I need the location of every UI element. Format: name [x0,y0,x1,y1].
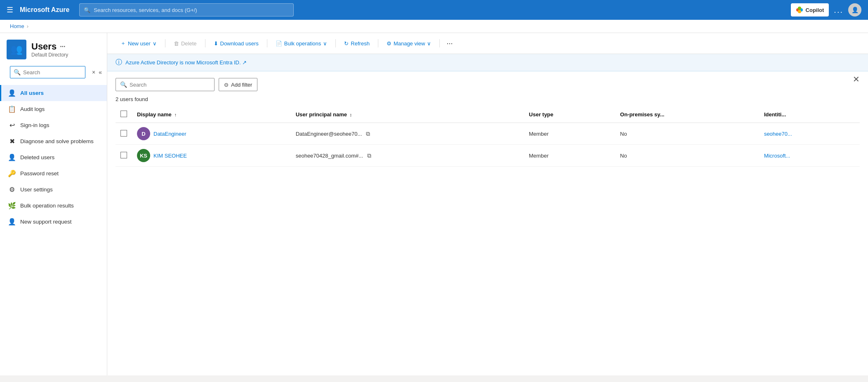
users-found-count: 2 users found [116,96,860,102]
sidebar-item-label: Diagnose and solve problems [20,138,94,144]
app-title: Microsoft Azure [20,6,69,14]
upn-header[interactable]: User principal name ↕ [291,106,524,123]
sidebar-collapse-icon[interactable]: « [99,69,102,75]
top-nav-right: Copilot ... 👤 [791,3,861,17]
sidebar-item-password-reset[interactable]: 🔑 Password reset [0,165,107,182]
notice-bar: ⓘ Azure Active Directory is now Microsof… [107,54,868,71]
global-search-bar[interactable]: 🔍 Search resources, services, and docs (… [79,3,294,17]
user-settings-icon: ⚙ [8,186,16,193]
sidebar-search-row: 🔍 × « [0,63,107,85]
notice-link[interactable]: Azure Active Directory is now Microsoft … [125,59,247,66]
table-search-bar[interactable]: 🔍 [116,78,215,91]
upn-cell: DataEngineer@seohee70... ⧉ [291,123,524,145]
row-checkbox-cell[interactable] [116,123,132,145]
sidebar-item-deleted-users[interactable]: 👤 Deleted users [0,149,107,165]
main-content: ✕ ＋ New user ∨ 🗑 Delete ⬇ Download users… [107,33,868,375]
top-nav-more-icon[interactable]: ... [834,5,843,15]
deleted-users-icon: 👤 [8,153,16,161]
sidebar-item-user-settings[interactable]: ⚙ User settings [0,182,107,198]
breadcrumb-home-link[interactable]: Home [10,23,24,29]
table-row: KS KIM SEOHEE seohee70428_gmail.com#... … [116,145,860,167]
toolbar-more-icon[interactable]: ··· [443,38,456,50]
upn-value: seohee70428_gmail.com#... [296,153,363,159]
close-button[interactable]: ✕ [853,74,860,84]
refresh-icon: ↻ [344,40,349,47]
toolbar-separator-2 [205,39,205,47]
refresh-button[interactable]: ↻ Refresh [339,38,375,49]
user-avatar[interactable]: 👤 [848,3,861,17]
table-header-row: Display name ↑ User principal name ↕ Use… [116,106,860,123]
sidebar: 👥 Users ··· Default Directory 🔍 × « 👤 A [0,33,107,375]
table-search-icon: 🔍 [120,81,127,88]
user-type-cell: Member [524,145,615,167]
upn-cell: seohee70428_gmail.com#... ⧉ [291,145,524,167]
user-type-header[interactable]: User type [524,106,615,123]
sidebar-item-sign-in-logs[interactable]: ↩ Sign-in logs [0,117,107,133]
sidebar-item-label: Password reset [20,170,59,177]
all-users-icon: 👤 [8,89,16,97]
identity-link[interactable]: seohee70... [764,131,792,137]
identity-link[interactable]: Microsoft... [764,153,790,159]
breadcrumb-separator: › [27,23,28,29]
sidebar-search-input[interactable] [23,69,82,75]
sidebar-search-bar[interactable]: 🔍 [10,66,85,78]
notice-info-icon: ⓘ [116,58,122,67]
user-display-name-link[interactable]: KIM SEOHEE [153,153,187,159]
hamburger-menu-icon[interactable]: ☰ [7,5,13,14]
svg-point-2 [798,7,801,10]
row-checkbox[interactable] [120,130,127,137]
download-users-button[interactable]: ⬇ Download users [209,38,264,49]
row-checkbox-cell[interactable] [116,145,132,167]
sidebar-item-all-users[interactable]: 👤 All users [0,85,107,101]
copilot-icon [796,6,803,14]
delete-icon: 🗑 [174,40,179,47]
download-icon: ⬇ [214,40,218,47]
manage-view-icon: ⚙ [387,40,392,47]
add-filter-button[interactable]: ⊝ Add filter [219,78,257,91]
manage-view-button[interactable]: ⚙ Manage view ∨ [382,38,436,49]
new-user-button[interactable]: ＋ New user ∨ [116,37,162,50]
svg-point-3 [798,10,801,13]
search-icon: 🔍 [84,7,90,13]
external-link-icon: ↗ [242,59,247,66]
select-all-checkbox[interactable] [120,111,127,117]
row-checkbox[interactable] [120,152,127,158]
display-name-header[interactable]: Display name ↑ [132,106,291,123]
identity-cell: Microsoft... [759,145,860,167]
identity-cell: seohee70... [759,123,860,145]
bulk-icon: 📄 [276,40,282,47]
toolbar-separator-5 [378,39,378,47]
sidebar-item-bulk-results[interactable]: 🌿 Bulk operation results [0,198,107,214]
identity-header[interactable]: Identiti... [759,106,860,123]
bulk-operations-button[interactable]: 📄 Bulk operations ∨ [271,38,333,49]
bulk-chevron-icon: ∨ [323,40,327,47]
bulk-results-icon: 🌿 [8,202,16,210]
diagnose-icon: ✖ [8,137,16,145]
copilot-button[interactable]: Copilot [791,3,829,17]
users-table: Display name ↑ User principal name ↕ Use… [116,106,860,167]
on-premises-header[interactable]: On-premises sy... [615,106,759,123]
toolbar-separator-4 [335,39,336,47]
on-premises-cell: No [615,123,759,145]
table-search-input[interactable] [130,82,210,88]
new-support-icon: 👤 [8,218,16,226]
copy-upn-icon[interactable]: ⧉ [367,152,371,159]
copy-upn-icon[interactable]: ⧉ [366,130,370,137]
upn-value: DataEngineer@seohee70... [296,131,362,137]
main-layout: 👥 Users ··· Default Directory 🔍 × « 👤 A [0,33,868,375]
user-avatar-icon: D [137,127,150,140]
delete-button[interactable]: 🗑 Delete [169,38,202,49]
sidebar-search-clear-icon[interactable]: × [92,69,95,75]
sidebar-item-audit-logs[interactable]: 📋 Audit logs [0,101,107,117]
global-search-placeholder: Search resources, services, and docs (G+… [94,7,197,13]
page-title-more-icon[interactable]: ··· [60,43,65,50]
top-navigation: ☰ Microsoft Azure 🔍 Search resources, se… [0,0,868,20]
audit-logs-icon: 📋 [8,105,16,113]
sidebar-item-diagnose[interactable]: ✖ Diagnose and solve problems [0,133,107,149]
user-display-name-link[interactable]: DataEngineer [153,131,186,137]
display-name-cell: D DataEngineer [132,123,291,145]
table-search-row: 🔍 ⊝ Add filter [116,78,860,91]
new-user-plus-icon: ＋ [120,40,126,47]
select-all-header[interactable] [116,106,132,123]
sidebar-item-new-support[interactable]: 👤 New support request [0,214,107,230]
